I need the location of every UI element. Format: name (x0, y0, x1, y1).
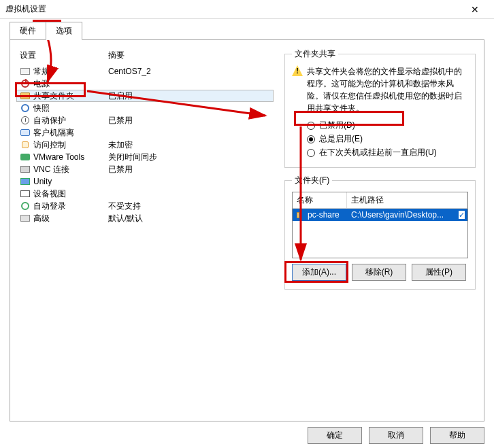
options-row-summary: 已禁用 (108, 164, 133, 175)
sharing-group-label: 文件夹共享 (292, 48, 338, 60)
folders-group: 文件夹(F) 名称 主机路径 pc-share C:\Users\gavin\D… (284, 175, 476, 290)
col-header-name: 名称 (293, 192, 347, 208)
warning-icon: ! (292, 65, 303, 76)
login-icon (20, 201, 31, 211)
folders-table[interactable]: 名称 主机路径 pc-share C:\Users\gavin\Desktop.… (292, 192, 468, 258)
options-row-label: Unity (33, 177, 108, 186)
ok-button[interactable]: 确定 (308, 427, 362, 444)
sharing-warning: ! 共享文件夹会将您的文件显示给虚拟机中的程序。这可能为您的计算机和数据带来风险… (292, 65, 468, 114)
radio-icon (307, 122, 315, 130)
folder-share-icon (293, 212, 303, 218)
options-row-label: 高级 (33, 213, 108, 224)
dialog-buttons: 确定 取消 帮助 (308, 427, 484, 444)
help-button[interactable]: 帮助 (430, 427, 484, 444)
folder-path: C:\Users\gavin\Desktop... (347, 210, 455, 220)
options-row-snapshot[interactable]: 快照 (17, 102, 279, 114)
tab-hardware[interactable]: 硬件 (10, 22, 46, 39)
details-panel: 文件夹共享 ! 共享文件夹会将您的文件显示给虚拟机中的程序。这可能为您的计算机和… (279, 40, 484, 421)
options-row-unity[interactable]: Unity (17, 175, 279, 188)
folder-icon (20, 90, 31, 101)
options-row-label: 访问控制 (33, 139, 108, 151)
options-row-label: 电源 (33, 78, 108, 90)
options-row-label: 快照 (33, 103, 108, 114)
add-folder-button[interactable]: 添加(A)... (292, 264, 346, 281)
folder-props-button[interactable]: 属性(P) (412, 264, 466, 281)
options-row-label: VNC 连接 (33, 164, 108, 175)
content-area: 设置 摘要 常规 CentOS7_2 电源 共享文件夹 已启用 快照 自动保护 … (10, 39, 484, 421)
radio-disabled[interactable]: 已禁用(D) (307, 120, 468, 131)
radio-label: 在下次关机或挂起前一直启用(U) (319, 147, 437, 158)
folders-group-label: 文件夹(F) (292, 175, 332, 186)
options-row-label: 客户机隔离 (33, 127, 108, 139)
folders-button-row: 添加(A)... 移除(R) 属性(P) (292, 264, 468, 281)
options-row-summary: CentOS7_2 (108, 67, 151, 76)
window-title: 虚拟机设置 (5, 3, 46, 15)
users-icon (20, 127, 31, 138)
radio-label: 已禁用(D) (319, 120, 355, 131)
folders-table-header: 名称 主机路径 (293, 192, 467, 209)
options-row-summary: 默认/默认 (108, 213, 143, 224)
options-list-header: 设置 摘要 (17, 48, 279, 65)
folder-name: pc-share (303, 210, 347, 220)
options-row-label: 自动登录 (33, 201, 108, 212)
options-row-device-view[interactable]: 设备视图 (17, 188, 279, 200)
cancel-button[interactable]: 取消 (369, 427, 423, 444)
radio-label: 总是启用(E) (319, 133, 363, 145)
lock-icon (20, 139, 31, 150)
options-row-summary: 不受支持 (108, 201, 141, 212)
vmware-icon (20, 152, 31, 162)
titlebar: 虚拟机设置 ✕ (0, 0, 494, 19)
options-row-autoprotect[interactable]: 自动保护 已禁用 (17, 114, 279, 126)
close-icon[interactable]: ✕ (461, 4, 489, 15)
radio-until-next[interactable]: 在下次关机或挂起前一直启用(U) (307, 147, 468, 158)
options-row-vnc[interactable]: VNC 连接 已禁用 (17, 163, 279, 175)
options-row-access[interactable]: 访问控制 未加密 (17, 139, 279, 151)
options-row-general[interactable]: 常规 CentOS7_2 (17, 65, 279, 77)
options-row-summary: 关闭时间同步 (108, 152, 157, 163)
options-row-label: 自动保护 (33, 115, 108, 126)
device-icon (20, 188, 31, 199)
col-header-summary: 摘要 (108, 50, 279, 61)
options-row-guest-iso[interactable]: 客户机隔离 (17, 126, 279, 139)
options-row-label: 共享文件夹 (33, 90, 108, 102)
remove-folder-button[interactable]: 移除(R) (352, 264, 406, 281)
options-row-label: 设备视图 (33, 188, 108, 200)
folders-table-row[interactable]: pc-share C:\Users\gavin\Desktop... ✓ (293, 209, 467, 221)
sharing-group: 文件夹共享 ! 共享文件夹会将您的文件显示给虚拟机中的程序。这可能为您的计算机和… (284, 48, 476, 168)
options-row-vmware-tools[interactable]: VMware Tools 关闭时间同步 (17, 151, 279, 163)
unity-icon (20, 176, 31, 187)
folder-enabled-check[interactable]: ✓ (455, 211, 467, 219)
options-list-panel: 设置 摘要 常规 CentOS7_2 电源 共享文件夹 已启用 快照 自动保护 … (10, 40, 279, 421)
tab-options[interactable]: 选项 (46, 22, 82, 40)
monitor-icon (20, 66, 31, 77)
options-row-summary: 未加密 (108, 139, 133, 151)
sharing-warning-text: 共享文件夹会将您的文件显示给虚拟机中的程序。这可能为您的计算机和数据带来风险。请… (307, 65, 468, 114)
snapshot-icon (20, 103, 31, 114)
options-row-power[interactable]: 电源 (17, 77, 279, 90)
options-row-advanced[interactable]: 高级 默认/默认 (17, 212, 279, 224)
vnc-icon (20, 164, 31, 175)
options-row-label: VMware Tools (33, 152, 108, 162)
advanced-icon (20, 213, 31, 224)
options-row-label: 常规 (33, 66, 108, 77)
options-row-summary: 已启用 (108, 90, 133, 102)
tab-strip: 硬件 选项 (10, 22, 494, 39)
col-header-path: 主机路径 (347, 192, 467, 208)
radio-always-enabled[interactable]: 总是启用(E) (307, 133, 468, 145)
clock-icon (20, 115, 31, 126)
options-row-autologin[interactable]: 自动登录 不受支持 (17, 200, 279, 212)
options-row-shared-folder[interactable]: 共享文件夹 已启用 (16, 90, 274, 102)
options-row-summary: 已禁用 (108, 115, 133, 126)
radio-icon (307, 135, 315, 143)
col-header-setting: 设置 (20, 50, 108, 61)
power-icon (20, 78, 31, 89)
radio-icon (307, 149, 315, 157)
